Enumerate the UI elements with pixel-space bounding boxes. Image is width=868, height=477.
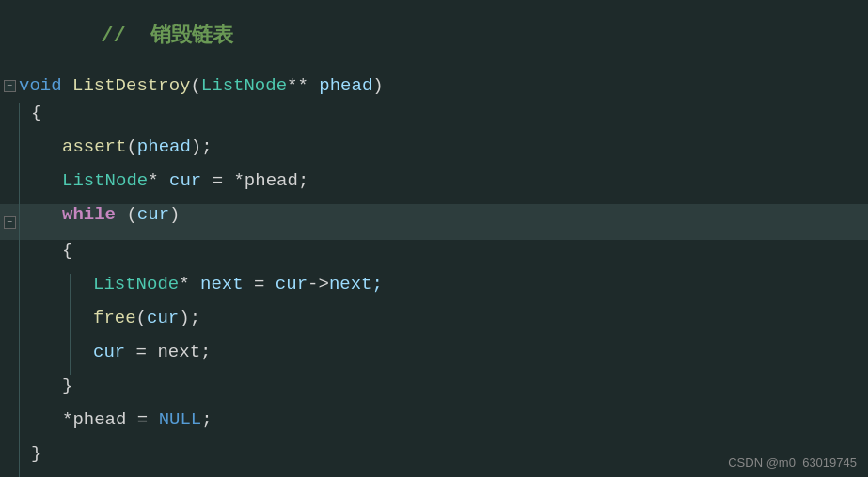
fn-decl-code: void ListDestroy(ListNode** phead) xyxy=(19,75,384,96)
listnode-next-line: ListNode* next = cur->next; xyxy=(0,274,868,308)
no-fold-cbo xyxy=(0,443,19,477)
close-brace-outer-code: } xyxy=(31,443,41,477)
close-brace-inner-code: } xyxy=(62,375,72,409)
free-cur-line: free(cur); xyxy=(0,308,868,342)
open-brace-outer-code: { xyxy=(31,103,41,136)
phead-null-code: *phead = NULL; xyxy=(62,409,213,443)
watermark: CSDN @m0_63019745 xyxy=(728,455,857,469)
no-fold-outer xyxy=(0,103,19,136)
open-brace-outer-line: { xyxy=(0,103,868,136)
no-fold-next xyxy=(0,274,19,308)
code-container: // 销毁链表 − void ListDestroy(ListNode** ph… xyxy=(0,0,868,477)
no-fold-assert xyxy=(0,136,19,170)
no-fold-cur-next xyxy=(0,342,19,375)
open-brace-inner-code: { xyxy=(62,240,72,274)
listnode-cur-line: ListNode* cur = *phead; xyxy=(0,170,868,204)
fold-box-while[interactable]: − xyxy=(0,204,19,240)
while-code: while (cur) xyxy=(62,204,180,240)
no-fold-cur xyxy=(0,170,19,204)
cur-next-line: cur = next; xyxy=(0,342,868,375)
phead-null-line: *phead = NULL; xyxy=(0,409,868,443)
fold-icon-while[interactable]: − xyxy=(4,216,16,229)
fn-decl-line: − void ListDestroy(ListNode** phead) xyxy=(0,69,868,103)
while-line: − while (cur) xyxy=(0,204,868,240)
assert-code: assert(phead); xyxy=(62,136,213,170)
fold-icon-fn[interactable]: − xyxy=(4,80,16,92)
assert-line: assert(phead); xyxy=(0,136,868,170)
free-code: free(cur); xyxy=(93,308,200,342)
comment-text: // 销毁链表 xyxy=(26,0,233,72)
no-fold-cbi xyxy=(0,375,19,409)
no-fold-inner xyxy=(0,240,19,274)
fold-box-fn[interactable]: − xyxy=(0,80,19,92)
open-brace-inner-line: { xyxy=(0,240,868,274)
cur-next-code: cur = next; xyxy=(93,342,211,375)
no-fold-free xyxy=(0,308,19,342)
close-brace-inner-line: } xyxy=(0,375,868,409)
comment-line: // 销毁链表 xyxy=(0,0,868,69)
comment-body: 销毁链表 xyxy=(138,24,233,48)
no-fold-phead xyxy=(0,409,19,443)
next-code: ListNode* next = cur->next; xyxy=(93,274,383,308)
cur-code: ListNode* cur = *phead; xyxy=(62,170,308,204)
